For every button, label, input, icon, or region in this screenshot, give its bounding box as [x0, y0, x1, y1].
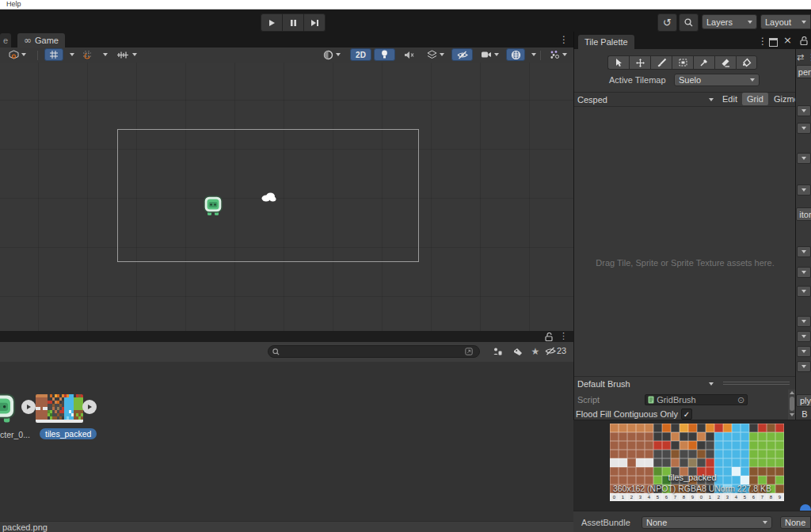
save-search-icon[interactable]: [465, 348, 473, 355]
step-icon: [310, 19, 319, 27]
layers-dropdown[interactable]: Layers: [702, 14, 757, 29]
render-doc-dropdown[interactable]: [318, 48, 345, 61]
active-tilemap-label: Active Tilemap: [609, 75, 666, 85]
project-content[interactable]: cter_0... tiles_packed: [0, 362, 573, 521]
draw-mode-dropdown[interactable]: [3, 48, 32, 61]
pullout-icon[interactable]: ⇄: [797, 52, 804, 63]
grid-toggle-button[interactable]: Grid: [742, 93, 768, 105]
apply-button-partial[interactable]: ply: [796, 394, 811, 407]
edit-palette-button[interactable]: Edit: [718, 93, 742, 105]
step-button[interactable]: [303, 13, 326, 32]
inspector-dropdown-stub[interactable]: [797, 286, 811, 297]
unlock-icon[interactable]: [545, 332, 553, 341]
panel-menu-kebab-icon[interactable]: ⋮: [559, 34, 569, 45]
search-icon: [272, 348, 280, 355]
tab-game[interactable]: ∞ Game: [17, 33, 65, 48]
scene-toolbar: 2D: [0, 48, 573, 63]
picker-tool-button[interactable]: [693, 55, 714, 70]
asset-label-tiles-packed-selected[interactable]: tiles_packed: [40, 428, 97, 439]
component-tools-toggle[interactable]: [506, 48, 525, 61]
drag-handle[interactable]: [723, 382, 790, 382]
snap-toggle[interactable]: [78, 48, 97, 61]
snap-options-dropdown[interactable]: [97, 48, 109, 61]
mode-2d-toggle[interactable]: 2D: [350, 48, 371, 61]
camera-icon: [481, 51, 492, 59]
select-tool-button[interactable]: [607, 55, 629, 70]
hidden-count: 23: [557, 346, 566, 355]
asset-label-character[interactable]: cter_0...: [0, 430, 30, 439]
cloud-sprite[interactable]: [261, 192, 276, 202]
asset-bundle-row: AssetBundle None None: [573, 511, 811, 532]
inspector-dropdown-stub[interactable]: [797, 123, 811, 134]
project-search-field[interactable]: [268, 345, 480, 358]
inspector-dropdown-stub[interactable]: [797, 331, 811, 342]
layout-dropdown[interactable]: Layout: [760, 14, 811, 29]
open-button-partial[interactable]: pen: [796, 65, 811, 78]
expand-subassets-button[interactable]: [82, 400, 97, 414]
occlusion-circle-icon: [323, 50, 333, 60]
component-tools-options-dropdown[interactable]: [526, 48, 537, 61]
help-menu[interactable]: Help: [6, 0, 21, 8]
tool-handle-dropdown[interactable]: [111, 48, 143, 61]
search-everything-button[interactable]: [679, 13, 699, 32]
tab-scene-partial[interactable]: e: [0, 33, 11, 48]
inspector-dropdown-stub[interactable]: [797, 267, 811, 278]
chevron-down-icon: [748, 21, 752, 24]
player-character-sprite[interactable]: [204, 196, 223, 216]
camera-dropdown[interactable]: [475, 48, 504, 61]
gizmos-icon: [550, 50, 560, 59]
object-picker-icon[interactable]: ⊙: [737, 395, 744, 405]
inspector-dropdown-stub[interactable]: [797, 184, 811, 196]
search-by-label-button[interactable]: [508, 345, 527, 358]
inspector-kebab-icon[interactable]: ⋮: [807, 52, 811, 63]
grid-options-dropdown[interactable]: [64, 48, 75, 61]
inspector-dropdown-stub[interactable]: [797, 346, 811, 357]
tab-tile-palette[interactable]: Tile Palette: [578, 35, 634, 49]
lighting-toggle[interactable]: [374, 48, 395, 61]
inspector-dropdown-stub[interactable]: [797, 246, 811, 257]
play-button[interactable]: [261, 13, 282, 32]
pause-button[interactable]: [282, 13, 303, 32]
favorites-button[interactable]: ★: [526, 345, 545, 358]
fill-bucket-tool-button[interactable]: [736, 55, 757, 70]
move-tool-button[interactable]: [629, 55, 650, 70]
asset-bundle-variant-dropdown[interactable]: None: [780, 516, 811, 529]
inspector-dropdown-stub[interactable]: [797, 316, 811, 327]
brush-dropdown[interactable]: Default Brush: [577, 378, 714, 390]
asset-thumb-character[interactable]: [0, 393, 17, 424]
effects-dropdown[interactable]: [422, 48, 449, 61]
eyedropper-icon: [699, 58, 709, 67]
scene-visibility-toggle[interactable]: [451, 48, 473, 61]
texture-preview-area[interactable]: 01234567890123456789 tiles_packed 360x16…: [573, 420, 811, 511]
box-fill-tool-button[interactable]: [672, 55, 693, 70]
rgb-button-partial[interactable]: B: [796, 408, 811, 420]
inspector-dropdown-stub[interactable]: [797, 105, 811, 116]
expand-subassets-button[interactable]: [21, 400, 36, 414]
flood-fill-checkbox[interactable]: ✓: [681, 408, 692, 420]
scene-viewport[interactable]: [0, 63, 573, 331]
hidden-items-toggle[interactable]: 23: [545, 346, 566, 355]
maximize-icon[interactable]: [769, 38, 778, 47]
asset-thumb-tiles-packed[interactable]: [36, 394, 83, 423]
close-icon[interactable]: ×: [783, 34, 792, 46]
tile-palette-kebab-icon[interactable]: ⋮: [758, 36, 767, 47]
script-object-field[interactable]: GridBrush ⊙: [645, 394, 748, 405]
active-tilemap-dropdown[interactable]: Suelo: [674, 74, 760, 86]
inspector-dropdown-stub[interactable]: [797, 361, 811, 372]
eraser-tool-button[interactable]: [714, 55, 736, 70]
undo-history-button[interactable]: ↺: [657, 13, 677, 32]
lock-icon[interactable]: [800, 36, 808, 45]
audio-mute-toggle[interactable]: [398, 48, 420, 61]
project-menu-kebab-icon[interactable]: ⋮: [559, 331, 568, 341]
paint-brush-tool-button[interactable]: [650, 55, 672, 70]
grid-visibility-toggle[interactable]: [44, 48, 63, 61]
asset-bundle-dropdown[interactable]: None: [642, 516, 772, 529]
search-by-type-button[interactable]: [488, 345, 507, 358]
gizmos-dropdown[interactable]: [545, 48, 571, 61]
sprite-editor-button-partial[interactable]: itor: [796, 207, 811, 221]
search-input[interactable]: [280, 347, 465, 357]
palette-dropdown[interactable]: Cesped: [577, 93, 714, 105]
inspector-dropdown-stub[interactable]: [797, 153, 811, 164]
preview-asset-stats: 360x162 (NPOT) RGBA8 UNorm 227.8 KB: [573, 484, 811, 493]
tile-palette-tabbar: Tile Palette ⋮ ×: [573, 32, 796, 49]
